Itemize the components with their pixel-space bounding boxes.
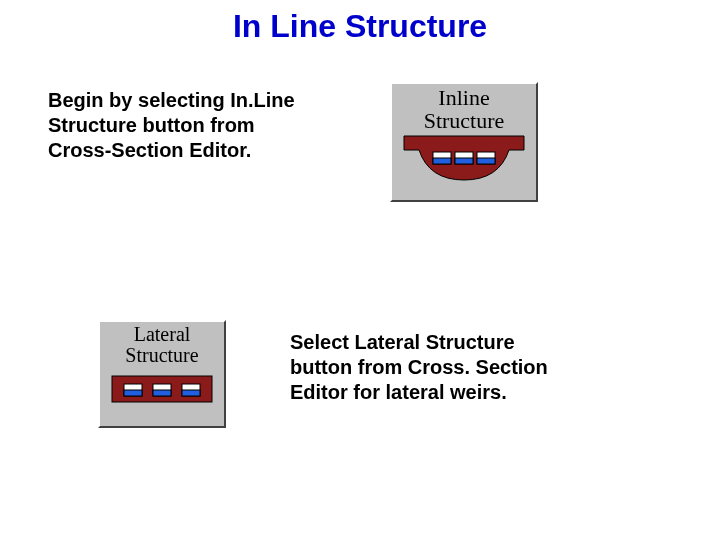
lateral-structure-button[interactable]: Lateral Structure bbox=[98, 320, 226, 428]
inline-structure-icon bbox=[399, 132, 529, 190]
svg-rect-8 bbox=[124, 390, 142, 396]
inline-structure-button[interactable]: Inline Structure bbox=[390, 82, 538, 202]
svg-rect-1 bbox=[433, 158, 451, 164]
svg-rect-5 bbox=[477, 158, 495, 164]
svg-rect-12 bbox=[182, 390, 200, 396]
page-title: In Line Structure bbox=[0, 8, 720, 45]
instruction-lateral: Select Lateral Structure button from Cro… bbox=[290, 330, 580, 405]
lateral-structure-label: Lateral Structure bbox=[100, 322, 224, 366]
inline-structure-label: Inline Structure bbox=[392, 84, 536, 132]
lateral-structure-icon bbox=[106, 366, 218, 416]
instruction-inline: Begin by selecting In.Line Structure but… bbox=[48, 88, 318, 163]
svg-rect-10 bbox=[153, 390, 171, 396]
svg-rect-3 bbox=[455, 158, 473, 164]
